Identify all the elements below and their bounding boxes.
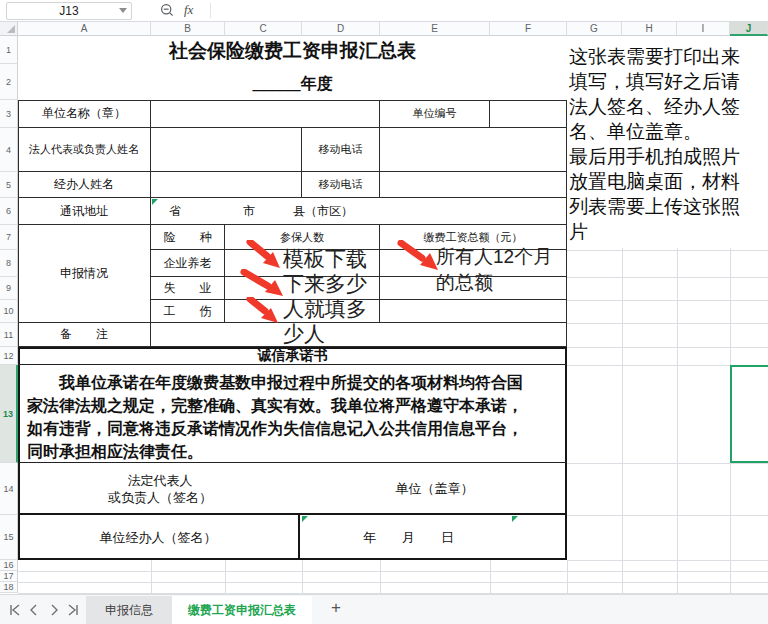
agent-label-cell[interactable]: 经办人姓名 — [18, 172, 151, 198]
gridline — [490, 560, 491, 593]
sheet-tab-wage-summary[interactable]: 缴费工资申报汇总表 — [172, 596, 312, 624]
row-header[interactable]: 6 — [0, 198, 18, 225]
cell-marker-icon — [512, 516, 518, 522]
row-header[interactable]: 14 — [0, 463, 18, 515]
red-arrow-icon — [246, 240, 282, 270]
next-sheet-icon[interactable] — [48, 604, 60, 616]
gridline — [567, 347, 768, 348]
address-label-cell[interactable]: 通讯地址 — [18, 198, 151, 225]
divider — [210, 3, 211, 18]
name-box-value: J13 — [59, 4, 78, 18]
address-input-cell[interactable]: 省 市 县（市区） — [151, 198, 567, 225]
agent-sign-label-cell[interactable]: 单位经办人（签名） — [18, 515, 300, 560]
gridline — [151, 560, 152, 593]
count-annotation-note: 模板下载 下来多少 人就填多 少人 — [283, 246, 367, 346]
gridline — [380, 560, 381, 593]
unit-code-input-cell[interactable] — [490, 100, 567, 128]
unit-name-label-cell[interactable]: 单位名称（章） — [18, 100, 151, 128]
row-header[interactable]: 16 — [0, 560, 18, 571]
legal-rep-sign-label: 法定代表人 或负责人（签名） — [18, 463, 302, 515]
sheet-tab-declare-info[interactable]: 申报信息 — [86, 596, 173, 624]
corner-triangle-icon — [7, 25, 15, 33]
column-header[interactable]: J — [730, 22, 768, 36]
gridline — [567, 323, 768, 324]
row-header[interactable]: 17 — [0, 571, 18, 582]
row-header[interactable]: 8 — [0, 250, 18, 277]
row-header[interactable]: 11 — [0, 323, 18, 347]
pension-label-cell[interactable]: 企业养老 — [151, 250, 225, 277]
gridline — [567, 515, 768, 516]
gridline — [18, 571, 768, 572]
row-header[interactable]: 2 — [0, 64, 18, 100]
legal-rep-label-cell[interactable]: 法人代表或负责人姓名 — [18, 128, 151, 172]
red-arrow-icon — [240, 269, 284, 299]
row-header[interactable]: 4 — [0, 128, 18, 172]
selected-cell-outline — [730, 365, 768, 463]
row-header[interactable]: 15 — [0, 515, 18, 560]
gridline — [567, 560, 768, 561]
cell-marker-icon — [302, 516, 308, 522]
gridline — [302, 560, 303, 593]
red-arrow-icon — [397, 240, 439, 272]
form-title-cell[interactable]: 社会保险缴费工资申报汇总表 — [18, 38, 567, 64]
gridline — [567, 560, 568, 593]
row-header[interactable]: 3 — [0, 100, 18, 128]
gridline — [567, 250, 768, 251]
insurance-type-header-cell[interactable]: 险 种 — [151, 225, 225, 250]
mobile-input-cell-1[interactable] — [380, 128, 567, 172]
column-header[interactable]: D — [302, 22, 380, 36]
column-header[interactable]: G — [567, 22, 622, 36]
red-arrow-icon — [246, 297, 280, 325]
prev-sheet-icon[interactable] — [28, 604, 40, 616]
column-header[interactable]: A — [18, 22, 151, 36]
gridline — [567, 300, 768, 301]
mobile-label-cell-1[interactable]: 移动电话 — [302, 128, 380, 172]
row-header[interactable]: 13 — [0, 365, 18, 463]
injury-wage-cell[interactable] — [380, 300, 567, 323]
mobile-input-cell-2[interactable] — [380, 172, 567, 198]
unit-code-label-cell[interactable]: 单位编号 — [380, 100, 490, 128]
chevron-down-icon[interactable] — [119, 8, 127, 13]
column-header[interactable]: I — [677, 22, 730, 36]
row-header[interactable]: 10 — [0, 300, 18, 323]
row-header[interactable]: 7 — [0, 225, 18, 250]
name-box[interactable]: J13 — [6, 2, 132, 20]
row-header[interactable]: 12 — [0, 347, 18, 365]
gridline — [18, 582, 768, 583]
remark-label-cell[interactable]: 备 注 — [18, 323, 151, 347]
fx-icon[interactable]: fx — [184, 2, 193, 18]
column-header[interactable]: E — [380, 22, 490, 36]
side-instruction-note: 这张表需要打印出来 填写，填写好之后请 法人签名、经办人签 名、单位盖章。 最后… — [569, 44, 768, 244]
unemployment-label-cell[interactable]: 失 业 — [151, 277, 225, 300]
column-header[interactable]: H — [622, 22, 677, 36]
first-sheet-icon[interactable] — [8, 604, 20, 616]
gridline — [225, 560, 226, 593]
row-header[interactable]: 18 — [0, 582, 18, 593]
column-header[interactable]: C — [225, 22, 302, 36]
column-header[interactable]: F — [490, 22, 567, 36]
mobile-label-cell-2[interactable]: 移动电话 — [302, 172, 380, 198]
commitment-body-cell[interactable]: 我单位承诺在年度缴费基数申报过程中所提交的各项材料均符合国 家法律法规之规定，完… — [18, 365, 567, 463]
form-year-cell[interactable]: ______年度 — [18, 74, 567, 95]
injury-label-cell[interactable]: 工 伤 — [151, 300, 225, 323]
cell-marker-icon — [152, 199, 158, 205]
commitment-title-cell[interactable]: 诚信承诺书 — [18, 347, 567, 365]
unit-name-input-cell[interactable] — [151, 100, 380, 128]
column-header[interactable]: B — [151, 22, 225, 36]
county-label: 县（市区） — [293, 203, 353, 220]
row-header[interactable]: 9 — [0, 277, 18, 300]
add-sheet-button[interactable]: + — [326, 598, 346, 618]
formula-bar[interactable] — [212, 0, 768, 20]
zoom-out-icon[interactable] — [160, 3, 174, 17]
last-sheet-icon[interactable] — [68, 604, 80, 616]
row-header[interactable]: 1 — [0, 36, 18, 64]
gridline — [567, 277, 768, 278]
agent-input-cell[interactable] — [151, 172, 302, 198]
select-all-corner[interactable] — [0, 22, 18, 36]
province-label: 省 — [169, 203, 181, 220]
formula-toolbar: J13 fx — [0, 0, 768, 22]
legal-rep-input-cell[interactable] — [151, 128, 302, 172]
declare-label-cell[interactable]: 申报情况 — [18, 225, 151, 323]
row-header[interactable]: 5 — [0, 172, 18, 198]
sheet-tab-bar: 申报信息 缴费工资申报汇总表 + — [0, 594, 768, 624]
